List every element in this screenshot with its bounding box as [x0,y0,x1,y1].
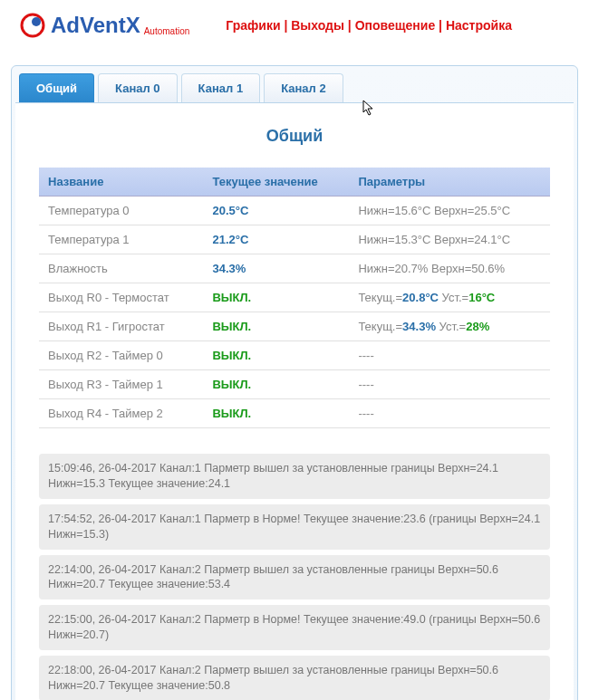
page-header: AdVentX Automation Графики | Выходы | Оп… [0,0,589,47]
th-name: Название [39,168,203,197]
cell-name: Влажность [39,254,203,283]
cell-name: Выход R3 - Таймер 1 [39,370,203,399]
logo-sub: Automation [144,26,190,40]
nav-sep: | [344,18,355,33]
th-params: Параметры [349,168,550,197]
top-nav: Графики | Выходы | Оповещение | Настройк… [226,18,512,33]
log-item: 22:18:00, 26-04-2017 Канал:2 Парметр выш… [39,656,550,700]
cell-value: ВЫКЛ. [203,370,349,399]
tab[interactable]: Канал 2 [264,73,343,102]
th-value: Текущее значение [203,168,349,197]
table-row: Выход R2 - Таймер 0ВЫКЛ.---- [39,341,550,370]
cell-params: Нижн=15.3°C Верхн=24.1°C [349,225,550,254]
tab-content: Общий Название Текущее значение Параметр… [15,103,574,700]
cell-name: Выход R1 - Гигростат [39,312,203,341]
cell-value: ВЫКЛ. [203,312,349,341]
cell-name: Выход R0 - Термостат [39,283,203,312]
svg-point-0 [22,14,43,36]
table-row: Температура 020.5°CНижн=15.6°C Верхн=25.… [39,197,550,225]
logo: AdVentX Automation [18,11,189,40]
tabs: ОбщийКанал 0Канал 1Канал 2 [15,70,574,103]
cell-value: ВЫКЛ. [203,341,349,370]
nav-sep: | [281,18,292,33]
tab[interactable]: Канал 1 [181,73,261,102]
log-item: 15:09:46, 26-04-2017 Канал:1 Парметр выш… [39,454,550,499]
cell-name: Выход R4 - Таймер 2 [39,399,203,428]
nav-link[interactable]: Графики [226,18,280,33]
cell-value: ВЫКЛ. [203,399,349,428]
log-item: 17:54:52, 26-04-2017 Канал:1 Парметр в Н… [39,504,550,550]
cell-value: 34.3% [203,254,349,283]
cell-params: Нижн=15.6°C Верхн=25.5°C [349,197,550,225]
nav-link[interactable]: Выходы [291,18,344,33]
cell-name: Температура 1 [39,225,203,254]
status-table: Название Текущее значение Параметры Темп… [39,168,550,428]
table-row: Влажность34.3%Нижн=20.7% Верхн=50.6% [39,254,550,283]
table-row: Выход R0 - ТермостатВЫКЛ.Текущ.=20.8°C У… [39,283,550,312]
log-item: 22:15:00, 26-04-2017 Канал:2 Парметр в Н… [39,605,550,650]
cell-name: Температура 0 [39,197,203,225]
main-panel: ОбщийКанал 0Канал 1Канал 2 Общий Названи… [11,65,578,700]
cell-params: ---- [349,370,550,399]
nav-link[interactable]: Настройка [446,18,512,33]
cell-params: Текущ.=34.3% Уст.=28% [349,312,550,341]
event-log: 15:09:46, 26-04-2017 Канал:1 Парметр выш… [39,454,550,700]
cell-name: Выход R2 - Таймер 0 [39,341,203,370]
cell-params: Текущ.=20.8°C Уст.=16°C [349,283,550,312]
logo-icon [18,11,47,40]
cell-value: 21.2°C [203,225,349,254]
cell-params: ---- [349,341,550,370]
table-row: Температура 121.2°CНижн=15.3°C Верхн=24.… [39,225,550,254]
cell-params: ---- [349,399,550,428]
logo-brand: AdVentX [51,13,140,38]
table-row: Выход R3 - Таймер 1ВЫКЛ.---- [39,370,550,399]
cell-value: 20.5°C [203,197,349,225]
svg-point-1 [32,17,41,26]
nav-link[interactable]: Оповещение [355,18,436,33]
log-item: 22:14:00, 26-04-2017 Канал:2 Парметр выш… [39,555,550,600]
page-title: Общий [39,127,550,146]
table-row: Выход R1 - ГигростатВЫКЛ.Текущ.=34.3% Ус… [39,312,550,341]
cell-value: ВЫКЛ. [203,283,349,312]
nav-sep: | [435,18,446,33]
table-row: Выход R4 - Таймер 2ВЫКЛ.---- [39,399,550,428]
tab[interactable]: Канал 0 [98,73,178,102]
tab[interactable]: Общий [19,73,94,102]
cell-params: Нижн=20.7% Верхн=50.6% [349,254,550,283]
